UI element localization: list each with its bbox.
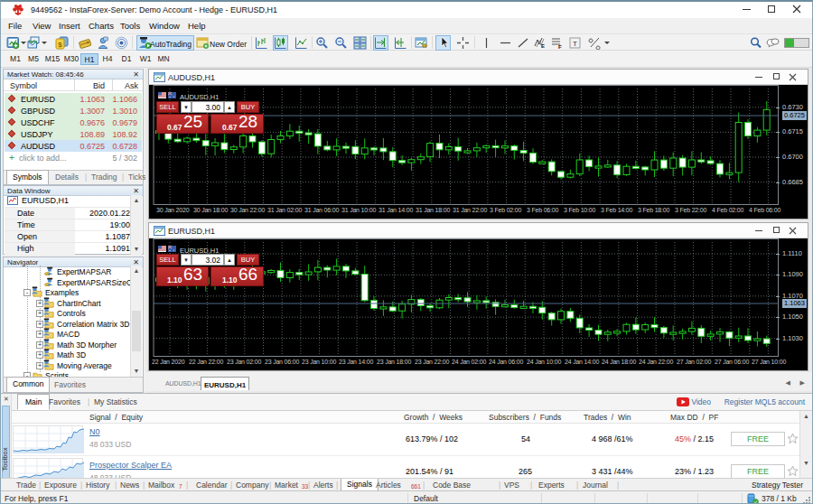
svg-text:T: T xyxy=(573,40,577,48)
svg-text:E: E xyxy=(541,43,545,49)
svg-text:F: F xyxy=(558,44,562,50)
svg-text:$: $ xyxy=(58,41,62,49)
